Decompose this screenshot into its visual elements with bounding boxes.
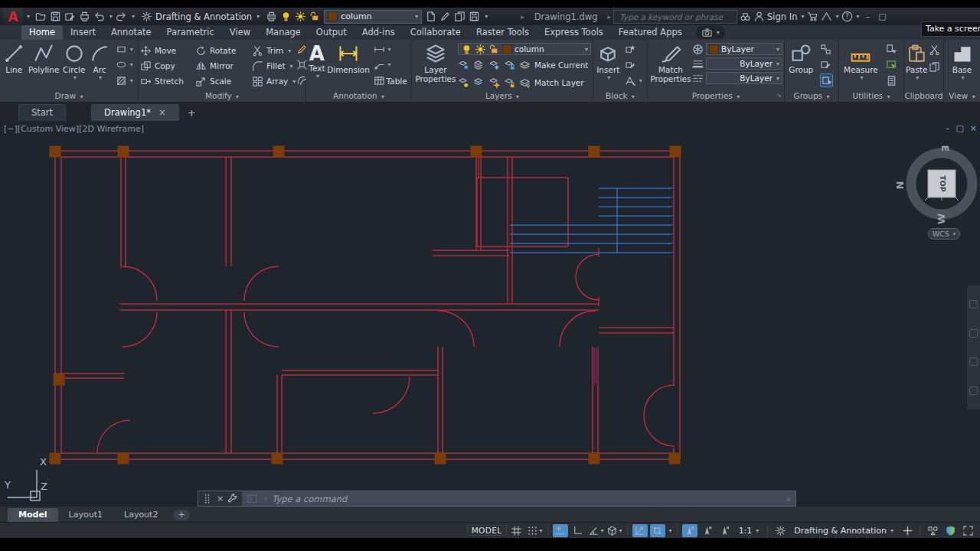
grid-toggle[interactable] bbox=[509, 524, 524, 537]
redo-icon[interactable] bbox=[116, 11, 127, 22]
signin-caret-icon[interactable]: ▾ bbox=[801, 13, 804, 20]
app-menu-button[interactable]: A bbox=[3, 8, 23, 24]
model-space-button[interactable]: MODEL bbox=[467, 525, 507, 536]
object-color-combo[interactable]: ByLayer▾ bbox=[706, 43, 782, 55]
workspace-gear-button[interactable] bbox=[773, 524, 788, 537]
copy-clip-button[interactable] bbox=[929, 61, 940, 73]
layer-combo[interactable]: column ▾ bbox=[458, 43, 591, 55]
panel-title-modify[interactable]: Modify ▾ bbox=[139, 90, 305, 102]
doc-close-button[interactable]: × bbox=[970, 123, 977, 133]
ribbon-tab-parametric[interactable]: Parametric bbox=[159, 25, 222, 40]
autodesk-triangle-icon[interactable] bbox=[821, 11, 832, 22]
panel-title-block[interactable]: Block ▾ bbox=[593, 90, 647, 102]
multileader-button[interactable]: ▾ bbox=[374, 43, 407, 55]
isolate-objects-button[interactable] bbox=[925, 524, 940, 537]
group-selection-toggle[interactable] bbox=[820, 73, 833, 87]
capture-tool-button[interactable]: ▾ bbox=[696, 26, 725, 39]
plot-icon[interactable] bbox=[79, 11, 90, 22]
layer-off-icon[interactable] bbox=[458, 60, 469, 71]
autodesk-caret-icon[interactable]: ▾ bbox=[836, 13, 839, 20]
drawing-canvas[interactable]: [−][Custom View][2D Wireframe] – ▢ × E N… bbox=[0, 121, 980, 507]
dimension-button[interactable]: Dimension bbox=[327, 41, 370, 75]
qat-layer-combo[interactable]: column ▾ bbox=[324, 10, 422, 24]
file-tab-start[interactable]: Start bbox=[18, 104, 66, 121]
layer-on2-icon[interactable] bbox=[458, 77, 469, 89]
app-menu-caret-icon[interactable]: ▾ bbox=[27, 13, 30, 20]
base-button[interactable]: Base▾ bbox=[952, 41, 973, 81]
panel-title-draw[interactable]: Draw ▾ bbox=[0, 90, 138, 102]
attributes-button[interactable]: ▾ bbox=[625, 75, 642, 87]
viewcube[interactable]: E N S W TOP bbox=[893, 138, 980, 241]
stretch-button[interactable]: Stretch bbox=[140, 73, 195, 89]
open-icon[interactable] bbox=[35, 11, 47, 22]
batch-plot-icon[interactable] bbox=[266, 11, 277, 22]
color-wheel-icon[interactable] bbox=[692, 44, 704, 55]
edit-icon[interactable] bbox=[439, 11, 451, 22]
ribbon-tab-annotate[interactable]: Annotate bbox=[103, 25, 159, 40]
layer-isolate-icon[interactable] bbox=[473, 60, 485, 71]
write-block-button[interactable] bbox=[625, 59, 642, 71]
lineweight-combo[interactable]: ByLayer▾ bbox=[706, 57, 782, 70]
ribbon-tab-view[interactable]: View bbox=[222, 25, 258, 40]
recent-commands-caret-icon[interactable]: ▾ bbox=[264, 495, 267, 502]
undo-icon[interactable] bbox=[93, 11, 105, 22]
copy-button[interactable]: Copy bbox=[140, 58, 195, 73]
table-button[interactable]: Table bbox=[374, 75, 407, 87]
mirror-button[interactable]: Mirror bbox=[195, 58, 252, 73]
annotation-scale-icon[interactable] bbox=[717, 524, 733, 537]
workspace-switcher[interactable]: Drafting & Annotation ▾ bbox=[141, 11, 260, 22]
line-button[interactable]: Line bbox=[3, 41, 24, 75]
group-button[interactable]: Group bbox=[789, 41, 813, 75]
ribbon-tab-add-ins[interactable]: Add-ins bbox=[354, 25, 403, 40]
layer-properties-button[interactable]: Layer Properties bbox=[413, 41, 458, 83]
command-history-caret-icon[interactable]: ▲ bbox=[786, 495, 791, 502]
steering-wheel-icon[interactable] bbox=[969, 386, 978, 395]
search-binoculars-icon[interactable] bbox=[740, 11, 751, 22]
layer-unisolate-icon[interactable] bbox=[473, 77, 485, 89]
command-line[interactable]: × ▾ Type a command ▲ bbox=[198, 491, 796, 507]
layer-lock-icon[interactable] bbox=[488, 44, 500, 55]
customization-button[interactable] bbox=[900, 524, 915, 537]
app-store-icon[interactable] bbox=[807, 11, 818, 22]
array-button[interactable]: Array▾ bbox=[252, 73, 295, 89]
text-button[interactable]: AText▾ bbox=[309, 41, 325, 80]
layout-tab-model[interactable]: Model bbox=[8, 508, 58, 522]
object-snap-toggle[interactable] bbox=[650, 524, 665, 537]
select-all-button[interactable] bbox=[886, 59, 897, 71]
viewcube-east[interactable]: E bbox=[939, 145, 951, 152]
command-close-icon[interactable]: × bbox=[217, 494, 224, 504]
viewcube-north[interactable]: N bbox=[894, 181, 906, 190]
doc-minimize-button[interactable]: – bbox=[946, 123, 950, 133]
layer-thaw-icon[interactable] bbox=[475, 44, 486, 55]
layer-thaw-icon[interactable] bbox=[295, 11, 306, 22]
undo-caret-icon[interactable]: ▾ bbox=[109, 13, 113, 20]
doc-restore-button[interactable]: ▢ bbox=[956, 123, 963, 133]
measure-button[interactable]: Measure▾ bbox=[844, 41, 878, 81]
fillet-button[interactable]: Fillet▾ bbox=[252, 58, 295, 73]
window-minimize-button[interactable]: – bbox=[862, 11, 874, 21]
panel-title-utilities[interactable]: Utilities ▾ bbox=[839, 90, 903, 102]
file-tab-close-icon[interactable]: × bbox=[158, 107, 166, 118]
circle-button[interactable]: Circle▾ bbox=[63, 41, 86, 81]
quick-calc-button[interactable] bbox=[886, 75, 897, 87]
make-current-icon[interactable] bbox=[519, 60, 531, 71]
qat-overflow-icon[interactable]: ▸ bbox=[521, 13, 524, 21]
ellipse-button[interactable]: ▾ bbox=[116, 59, 133, 71]
panel-title-clipboard[interactable]: Clipboard bbox=[904, 90, 943, 102]
panel-title-view[interactable]: View ▾ bbox=[944, 90, 980, 102]
signin-person-icon[interactable] bbox=[753, 11, 765, 22]
search-box[interactable] bbox=[613, 10, 737, 24]
annotation-visibility-toggle[interactable] bbox=[682, 524, 697, 537]
rectangle-button[interactable]: ▾ bbox=[116, 43, 133, 55]
sheet-set-icon[interactable] bbox=[454, 11, 466, 22]
osnap-caret-icon[interactable]: ▾ bbox=[669, 527, 672, 534]
save-icon[interactable] bbox=[50, 11, 61, 22]
create-block-button[interactable] bbox=[625, 43, 642, 55]
customize-wrench-icon[interactable] bbox=[227, 493, 238, 504]
panel-title-properties[interactable]: Properties ▾⇘ bbox=[648, 90, 784, 102]
ribbon-tab-express-tools[interactable]: Express Tools bbox=[537, 25, 611, 40]
zoom-icon[interactable] bbox=[969, 329, 978, 337]
drag-handle-icon[interactable] bbox=[202, 493, 214, 504]
clean-screen-button[interactable] bbox=[960, 524, 975, 537]
match-layer-label[interactable]: Match Layer bbox=[534, 78, 584, 87]
